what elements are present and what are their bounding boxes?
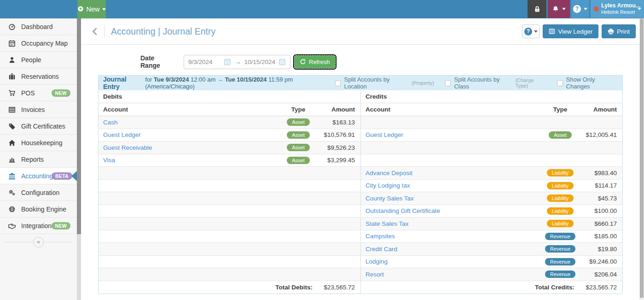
column-header-account: Account (361, 106, 535, 113)
type-badge: Liability (547, 169, 574, 176)
account-link[interactable]: Outstanding Gift Certificate (366, 207, 440, 214)
sidebar-item-pos[interactable]: POSNEW (0, 85, 77, 101)
main-scrollbar[interactable] (639, 18, 644, 300)
type-badge: Asset (549, 131, 572, 139)
checkbox-box[interactable] (335, 80, 341, 86)
sidebar-item-dashboard[interactable]: Dashboard (0, 18, 77, 35)
account-link[interactable]: Guest Ledger (366, 131, 403, 138)
amount-value: $19.80 (598, 246, 617, 253)
sidebar-item-accounting[interactable]: AccountingBETA (0, 168, 77, 184)
account-link[interactable]: Campsites (366, 233, 395, 240)
calendar-icon[interactable] (224, 58, 231, 65)
filter-row: Date Range 9/3/2024 → 10/15/2024 Refresh (140, 54, 639, 69)
page-header: Accounting | Journal Entry ? View Ledger… (81, 18, 639, 45)
topbar-help-button[interactable]: ? (571, 0, 589, 18)
sidebar-item-label: Housekeeping (21, 139, 63, 147)
sidebar-item-reports[interactable]: Reports (0, 151, 77, 168)
sidebar-item-booking-engine[interactable]: Booking Engine (0, 201, 77, 218)
journal-table-row: CampsitesRevenue$185.00 (99, 230, 622, 243)
new-button[interactable]: New (77, 0, 106, 18)
account-link[interactable]: Advance Deposit (366, 170, 412, 176)
view-ledger-button[interactable]: View Ledger (543, 24, 598, 38)
sidebar-item-integrations[interactable]: IntegrationsNEW (0, 218, 77, 234)
dashboard-icon (8, 23, 16, 30)
account-link[interactable]: Credit Card (366, 246, 397, 253)
account-link[interactable]: Guest Receivable (103, 144, 152, 151)
scrollbar-thumb[interactable] (77, 18, 81, 234)
sidebar-scrollbar[interactable] (77, 18, 81, 300)
refresh-button[interactable]: Refresh (294, 55, 336, 69)
amount-value: $100.00 (594, 207, 617, 214)
print-button[interactable]: Print (602, 24, 636, 38)
type-badge: Liability (547, 207, 574, 215)
checkbox-split-accounts-by-class[interactable]: Split Accounts by Class(Charge Type) (445, 76, 546, 90)
type-badge: Asset (287, 144, 310, 151)
sidebar-collapse-row: « (0, 235, 77, 249)
credit-empty-cell (360, 116, 622, 129)
end-date-value[interactable]: 10/15/2024 (244, 59, 275, 65)
account-link[interactable]: Resort (366, 271, 384, 278)
debit-empty-cell (99, 256, 360, 268)
account-link[interactable]: State Sales Tax (366, 220, 409, 227)
question-icon: ? (524, 28, 532, 35)
journal-table-row: County Sales TaxLiability$45.73 (99, 192, 622, 205)
column-header-account: Account (99, 106, 273, 113)
total-debits-value: $23,565.72 (318, 284, 360, 291)
amount-value: $3,299.45 (327, 157, 355, 164)
sidebar-item-label: Invoices (21, 106, 45, 113)
total-credits-value: $23,565.72 (580, 284, 622, 291)
type-badge: Asset (287, 118, 310, 126)
suitcase-icon (8, 73, 16, 80)
new-button-label: New (86, 6, 99, 13)
start-date-value[interactable]: 9/3/2024 (188, 59, 220, 65)
notifications-button[interactable] (548, 0, 570, 18)
sidebar-item-occupancy-map[interactable]: Occupancy Map (0, 35, 77, 52)
debit-empty-cell (99, 268, 360, 281)
account-link[interactable]: Cash (103, 119, 118, 126)
checkbox-show-only-changes[interactable]: Show Only Changes (557, 76, 618, 90)
sidebar-item-configuration[interactable]: Configuration (0, 184, 77, 201)
lock-button[interactable] (528, 0, 546, 18)
page-title: Accounting | Journal Entry (111, 26, 215, 37)
debit-empty-cell (99, 167, 360, 179)
debit-empty-cell (99, 192, 360, 205)
debit-row-cells: Guest LedgerAsset$10,576.91 (99, 129, 360, 141)
debit-row-cells: VisaAsset$3,299.45 (99, 154, 360, 167)
sidebar-item-invoices[interactable]: Invoices (0, 101, 77, 118)
type-badge: Asset (287, 131, 310, 139)
table-icon (8, 106, 16, 113)
calendar-icon[interactable] (278, 58, 286, 65)
sidebar-item-label: Reports (21, 156, 44, 163)
checkbox-split-accounts-by-location[interactable]: Split Accounts by Location(Property) (335, 76, 434, 90)
account-link[interactable]: Lodging (366, 258, 388, 265)
sidebar-item-label: Occupancy Map (21, 40, 68, 47)
account-link[interactable]: City Lodging tax (366, 182, 410, 189)
credit-row-cells: County Sales TaxLiability$45.73 (360, 192, 622, 205)
back-button[interactable] (91, 27, 99, 35)
gears-icon (8, 189, 16, 196)
scrollbar-thumb[interactable] (640, 19, 644, 298)
date-range-input[interactable]: 9/3/2024 → 10/15/2024 (184, 55, 290, 69)
bell-icon (552, 6, 559, 13)
user-menu[interactable]: Lyles Armou... Hebrink Resort (591, 0, 644, 18)
collapse-sidebar-button[interactable]: « (33, 237, 44, 247)
sidebar-item-reservations[interactable]: Reservations (0, 68, 77, 85)
account-link[interactable]: Guest Ledger (103, 131, 141, 138)
checkbox-box[interactable] (557, 80, 563, 86)
view-ledger-label: View Ledger (558, 28, 592, 35)
column-header-type: Type (273, 106, 324, 113)
app-window: New ? Lyles Armou... Hebrink Resort (0, 0, 644, 300)
sidebar-item-label: Integrations (21, 222, 55, 229)
column-header-amount: Amount (324, 106, 360, 113)
sidebar-item-people[interactable]: People (0, 52, 77, 68)
sidebar-item-gift-certificates[interactable]: Gift Certificates (0, 118, 77, 135)
checkbox-hint: (Charge Type) (516, 77, 546, 88)
column-header-amount: Amount (586, 106, 622, 113)
account-link[interactable]: Visa (103, 157, 115, 164)
caret-down-icon (562, 8, 566, 10)
person-icon (8, 56, 16, 64)
sidebar-item-housekeeping[interactable]: Housekeeping (0, 135, 77, 151)
account-link[interactable]: County Sales Tax (366, 195, 414, 202)
page-help-button[interactable]: ? (522, 24, 540, 38)
checkbox-box[interactable] (445, 80, 451, 86)
